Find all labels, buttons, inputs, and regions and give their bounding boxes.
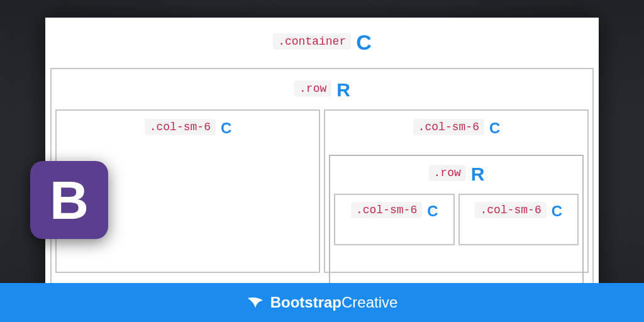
nested-col-left-suffix: C <box>427 203 437 220</box>
container-box: .container C <box>45 18 599 62</box>
diagram-stage: .container C .row R .col-sm-6 C <box>45 18 599 322</box>
footer-bar: BootstrapCreative <box>0 283 644 322</box>
nested-row-class: .row <box>429 165 466 181</box>
col-right-suffix: C <box>489 119 499 137</box>
nested-col-left: .col-sm-6 C <box>334 194 455 245</box>
footer-brand: BootstrapCreative <box>270 294 398 311</box>
nested-row-box: .row R .col-sm-6 C <box>329 155 584 297</box>
columns-wrap: .col-sm-6 C .col-sm-6 C .row <box>52 106 592 277</box>
row-header: .row R <box>52 78 592 106</box>
nested-col-right: .col-sm-6 C <box>458 194 579 245</box>
container-label: .container C <box>273 29 371 53</box>
nested-row-suffix: R <box>471 164 484 185</box>
footer-brand-bold: Bootstrap <box>270 294 341 311</box>
footer-brand-rest: Creative <box>341 294 397 311</box>
nested-col-left-class: .col-sm-6 <box>351 202 422 218</box>
nested-col-right-class: .col-sm-6 <box>475 202 546 218</box>
nested-cols-wrap: .col-sm-6 C .col-sm-6 C <box>330 190 582 249</box>
nested-col-right-suffix: C <box>552 203 562 220</box>
col-right: .col-sm-6 C .row R .col-sm- <box>324 109 589 273</box>
col-right-class: .col-sm-6 <box>413 119 484 135</box>
row-class: .row <box>294 80 331 97</box>
bootstrap-logo: B <box>30 161 108 239</box>
wing-icon <box>247 296 264 309</box>
container-class: .container <box>273 33 351 50</box>
row-suffix: R <box>336 79 350 101</box>
col-left-suffix: C <box>221 119 231 137</box>
col-left-class: .col-sm-6 <box>145 119 216 135</box>
bootstrap-logo-letter: B <box>50 173 89 227</box>
container-suffix: C <box>356 30 371 55</box>
